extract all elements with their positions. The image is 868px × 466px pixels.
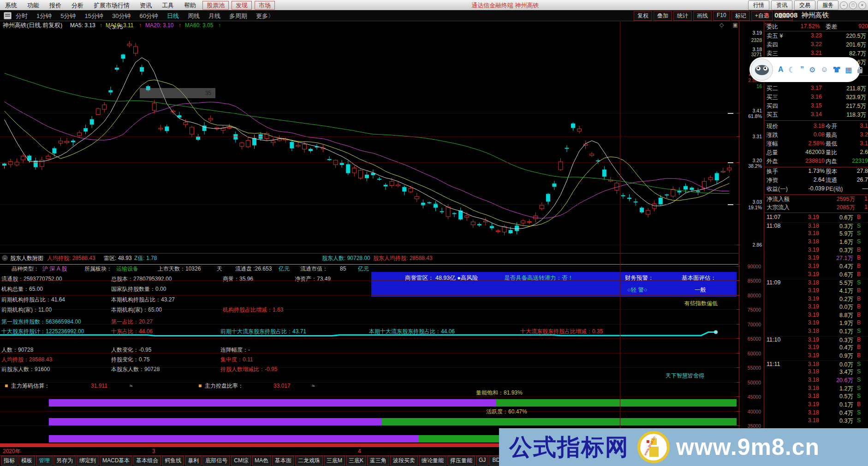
widget-icon[interactable]: ” [800, 65, 804, 74]
timeframe-日线[interactable]: 日线 [167, 12, 179, 20]
timeframe-30分钟[interactable]: 30分钟 [112, 12, 131, 20]
price-axis-label: 2.86 [753, 242, 762, 248]
timeframe-更多〉[interactable]: 更多〉 [256, 12, 274, 20]
chart-header-label: ↑ [139, 22, 142, 29]
subpanel-text: 集中度：0.11 [220, 356, 253, 363]
tab-绑定到[interactable]: 绑定到 [77, 456, 99, 466]
widget-icon-row: A☾”⚙☺▦ [778, 57, 862, 82]
tick-row: 3.180.5万S [765, 393, 868, 401]
tab-波段买卖[interactable]: 波段买卖 [390, 456, 418, 466]
menu-item[interactable]: 分析 [66, 2, 89, 9]
penguin-avatar-icon[interactable] [751, 59, 773, 81]
subchart-axis-label: 70000 [748, 321, 761, 328]
tick-row: 3.198.8万B [765, 312, 868, 320]
quote-row: 净流入额2595万17 [765, 195, 868, 204]
quote-row: 外盘238810内盘22319 [765, 158, 868, 166]
menu-item[interactable]: 资讯 [135, 2, 157, 9]
tab-二龙戏珠[interactable]: 二龙戏珠 [295, 456, 323, 466]
gridline [0, 204, 738, 205]
tab-蓝三角[interactable]: 蓝三角 [367, 456, 389, 466]
tick-row: 3.194.1万B [765, 287, 868, 295]
widget-icon[interactable]: ▦ [845, 65, 852, 74]
subpanel-text: 主力筹码估算： [11, 383, 50, 389]
titlebar-button[interactable]: 资讯 [771, 0, 792, 10]
widget-icon[interactable]: ☺ [820, 65, 828, 74]
tool-标记[interactable]: 标记 [731, 11, 750, 21]
menu-item[interactable]: 帮助 [179, 2, 201, 9]
tab-GJ[interactable]: GJ [476, 456, 488, 466]
menu-item-red[interactable]: 市场 [255, 1, 275, 10]
menu-item[interactable]: 报价 [44, 2, 66, 9]
timeframe-60分钟[interactable]: 60分钟 [139, 12, 158, 20]
menu-item[interactable]: 功能 [22, 2, 44, 9]
app-title: 通达信金融终端 神州高铁 [471, 1, 539, 10]
fib-dash [728, 162, 733, 163]
tab-三底K[interactable]: 三底K [346, 456, 366, 466]
gridline [0, 411, 738, 412]
subchart-axis-label: 65000 [748, 336, 761, 342]
tab-模板[interactable]: 模板 [18, 456, 35, 466]
tab-鳄鱼线[interactable]: 鳄鱼线 [162, 456, 184, 466]
subchart-axis-label: 50000 [748, 379, 761, 386]
floating-im-widget[interactable]: A☾”⚙☺▦ [749, 57, 860, 82]
tool-叠加[interactable]: 叠加 [654, 11, 672, 21]
tab-指标[interactable]: 指标 [1, 456, 18, 466]
tool-画线[interactable]: 画线 [693, 11, 712, 21]
restore-icon[interactable]: □ [849, 1, 857, 9]
timeframe-分时[interactable]: 分时 [16, 12, 28, 20]
minimize-icon[interactable]: – [840, 1, 848, 9]
tab-三底M[interactable]: 三底M [324, 456, 345, 466]
collapse-icon[interactable]: ⌄ [2, 255, 8, 261]
menu-item[interactable]: 系统 [0, 2, 22, 9]
tab-MACD基本[interactable]: MACD基本 [100, 456, 132, 466]
axis-tick [737, 204, 740, 205]
tool-统计[interactable]: 统计 [673, 11, 692, 21]
level-row-买二: 买二3.17211.8万 [765, 85, 868, 93]
price-axis-label: 2328 [751, 37, 762, 44]
tab-底部信号[interactable]: 底部信号 [202, 456, 230, 466]
quote-row: 净资2.64流通26.7 [765, 177, 868, 185]
widget-icon[interactable]: ☾ [789, 65, 795, 74]
menu-item[interactable]: 工具 [157, 2, 179, 9]
tick-row: 3.181.2万S [765, 385, 868, 393]
subpanel-text: 持股变化：0.75 [111, 356, 149, 363]
menu-item[interactable]: 扩展市场行情 [89, 2, 135, 9]
tab-MA色[interactable]: MA色 [252, 456, 271, 466]
widget-icon[interactable]: A [778, 65, 784, 74]
tick-row: 11:113.180.0万S [765, 360, 868, 369]
subpanel-text: 商誉：35.96 [223, 276, 253, 283]
timeframe-周线[interactable]: 周线 [188, 12, 200, 20]
timeframe-1分钟[interactable]: 1分钟 [36, 12, 52, 20]
tab-暴利[interactable]: 暴利 [185, 456, 202, 466]
subpanel-text: 总股本：2780795392.00 [111, 276, 172, 283]
shirt-icon[interactable] [833, 67, 840, 72]
tab-基本组合[interactable]: 基本组合 [133, 456, 161, 466]
tab-撑压量能[interactable]: 撑压量能 [447, 456, 475, 466]
titlebar-button[interactable]: 交易 [794, 0, 815, 10]
menu-item-red[interactable]: 股票池 [202, 1, 229, 10]
candlestick-chart[interactable] [0, 21, 738, 254]
tab-管理[interactable]: 管理 [36, 456, 53, 466]
level-row-买三: 买三3.16323.9万 [765, 94, 868, 102]
timeframe-多周期[interactable]: 多周期 [229, 12, 247, 20]
titlebar-button[interactable]: 行情 [748, 0, 769, 10]
tab-另存为[interactable]: 另存为 [54, 456, 76, 466]
subpanel-text: 运输设备 [116, 265, 138, 272]
subpanel-text: 所属板块： [84, 265, 112, 272]
divider [739, 21, 739, 443]
timeframe-月线[interactable]: 月线 [208, 12, 220, 20]
menu-item-red[interactable]: 发现 [232, 1, 252, 10]
close-icon[interactable]: × [858, 1, 866, 9]
timeframe-15分钟[interactable]: 15分钟 [84, 12, 103, 20]
widget-icon[interactable]: ⚙ [809, 65, 815, 74]
lock-icon[interactable] [857, 69, 862, 73]
chart-type-icon[interactable] [4, 12, 12, 19]
timeframe-5分钟[interactable]: 5分钟 [60, 12, 76, 20]
tab-缠论量能[interactable]: 缠论量能 [419, 456, 446, 466]
titlebar-button[interactable]: 服务 [817, 0, 838, 10]
chart-corner-icons[interactable]: ◇ ▣ [719, 22, 742, 28]
tab-CM综[interactable]: CM综 [231, 456, 251, 466]
tab-基本面[interactable]: 基本面 [272, 456, 294, 466]
tool-复权[interactable]: 复权 [634, 11, 652, 21]
tool-F10[interactable]: F10 [713, 11, 730, 21]
